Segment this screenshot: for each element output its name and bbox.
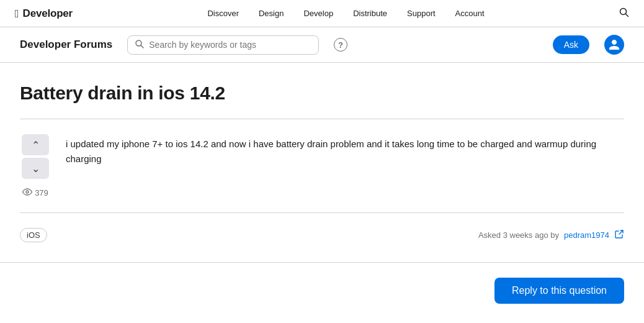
share-icon[interactable] xyxy=(614,229,624,241)
chevron-up-icon: ⌃ xyxy=(32,139,40,151)
eye-icon xyxy=(22,188,32,198)
user-avatar[interactable] xyxy=(604,35,624,55)
nav-discover[interactable]: Discover xyxy=(207,9,239,18)
svg-line-3 xyxy=(141,45,143,48)
forums-title: Developer Forums xyxy=(20,39,112,51)
downvote-button[interactable]: ⌄ xyxy=(22,158,49,179)
nav-right xyxy=(619,7,629,20)
svg-point-4 xyxy=(26,191,29,193)
view-count-value: 379 xyxy=(35,188,48,198)
vote-section: ⌃ ⌄ 379 xyxy=(20,134,51,198)
asked-meta: Asked 3 weeks ago by xyxy=(478,230,559,240)
svg-line-1 xyxy=(626,14,628,16)
ios-tag[interactable]: iOS xyxy=(20,228,47,242)
view-count: 379 xyxy=(22,188,48,198)
nav-support[interactable]: Support xyxy=(407,9,436,18)
question-title: Battery drain in ios 14.2 xyxy=(20,83,624,104)
forums-header: Developer Forums ? Ask xyxy=(0,27,644,63)
search-bar[interactable] xyxy=(127,35,319,55)
nav-links: Discover Design Develop Distribute Suppo… xyxy=(207,9,484,18)
nav-develop[interactable]: Develop xyxy=(303,9,333,18)
main-content: Battery drain in ios 14.2 ⌃ ⌄ 379 i upda… xyxy=(0,63,644,257)
post-meta-right: Asked 3 weeks ago by pedram1974 xyxy=(478,229,624,241)
chevron-down-icon: ⌄ xyxy=(32,163,40,175)
reply-button[interactable]: Reply to this question xyxy=(494,278,624,304)
top-navigation:  Developer Discover Design Develop Dist… xyxy=(0,0,644,27)
nav-account[interactable]: Account xyxy=(455,9,485,18)
search-input[interactable] xyxy=(149,40,311,50)
ask-button[interactable]: Ask xyxy=(553,35,589,54)
post-footer: iOS Asked 3 weeks ago by pedram1974 xyxy=(20,212,624,247)
nav-distribute[interactable]: Distribute xyxy=(353,9,387,18)
help-button[interactable]: ? xyxy=(334,38,347,52)
search-bar-icon xyxy=(135,40,144,50)
title-divider xyxy=(20,119,624,119)
search-icon[interactable] xyxy=(619,7,629,20)
post-meta-row: iOS Asked 3 weeks ago by pedram1974 xyxy=(20,223,624,247)
apple-logo-icon:  xyxy=(15,8,19,19)
nav-design[interactable]: Design xyxy=(259,9,284,18)
brand-name: Developer xyxy=(23,7,73,20)
author-link[interactable]: pedram1974 xyxy=(564,230,609,240)
post-area: ⌃ ⌄ 379 i updated my iphone 7+ to ios 14… xyxy=(20,134,624,212)
upvote-button[interactable]: ⌃ xyxy=(22,134,49,155)
post-body: i updated my iphone 7+ to ios 14.2 and n… xyxy=(66,134,624,198)
brand-area:  Developer xyxy=(15,7,73,20)
reply-section: Reply to this question xyxy=(0,262,644,319)
